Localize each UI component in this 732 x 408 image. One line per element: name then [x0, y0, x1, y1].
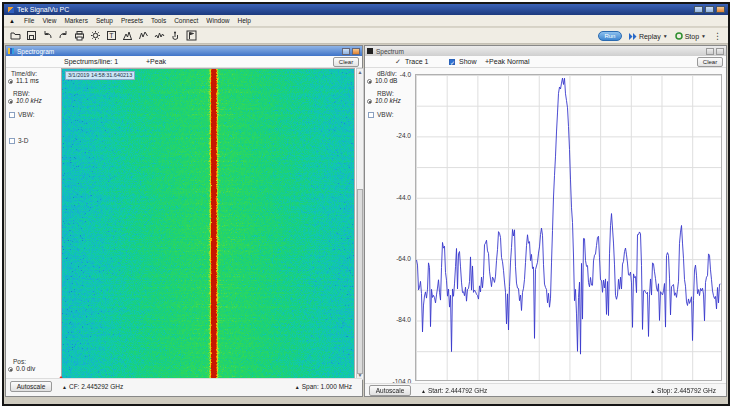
- spectrum-trace-canvas[interactable]: [416, 75, 721, 380]
- menu-presets[interactable]: Presets: [117, 17, 147, 24]
- chevron-down-icon: ▼: [663, 33, 668, 39]
- spectrogram-panel-icon: [8, 48, 14, 54]
- time-div-value[interactable]: 11.1 ms: [16, 77, 39, 84]
- spectrogram-canvas[interactable]: [62, 69, 354, 379]
- window-title: Tek SignalVu PC: [17, 4, 69, 15]
- stop-icon: [675, 32, 683, 40]
- trace-check-icon: ✓: [395, 58, 401, 66]
- autoscale-button[interactable]: Autoscale: [369, 385, 411, 396]
- spectrum-display-icon[interactable]: [121, 29, 134, 42]
- menu-tools[interactable]: Tools: [147, 17, 170, 24]
- y-tick-label: -44.0: [367, 194, 411, 201]
- spinner-icon: ▲: [650, 388, 655, 394]
- spectrums-per-line-label[interactable]: Spectrums/line: 1: [64, 58, 118, 65]
- run-button[interactable]: Run: [598, 31, 622, 41]
- toolbar: T Run Replay ▼ Stop ▼ ⋮: [4, 28, 728, 44]
- menu-window[interactable]: Window: [202, 17, 233, 24]
- start-readout[interactable]: ▲Start: 2.444792 GHz: [421, 387, 487, 394]
- cf-readout[interactable]: ▲CF: 2.445292 GHz: [62, 383, 123, 390]
- rbw-label: RBW:: [13, 90, 30, 97]
- scroll-up-arrow[interactable]: ▲: [357, 69, 363, 76]
- stop-button[interactable]: Stop ▼: [675, 32, 706, 40]
- threed-label: 3-D: [18, 137, 28, 144]
- rbw-radio[interactable]: [367, 99, 372, 104]
- rbw-radio[interactable]: [8, 99, 13, 104]
- pos-value[interactable]: 0.0 div: [16, 365, 35, 372]
- detector-label[interactable]: +Peak: [146, 58, 166, 65]
- panel-maximize-button[interactable]: [706, 48, 714, 55]
- threed-checkbox[interactable]: [9, 138, 15, 144]
- spinner-icon: ▲: [295, 384, 300, 390]
- panel-close-button[interactable]: [352, 48, 360, 55]
- spectrum-body: dB/div: 10.0 dB RBW: 10.0 kHz VBW: -4.0 …: [365, 68, 726, 385]
- db-div-radio[interactable]: [367, 79, 372, 84]
- more-options-button[interactable]: ⋮: [713, 31, 722, 41]
- trace-mode-label[interactable]: +Peak Normal: [485, 58, 530, 65]
- show-checkbox[interactable]: ✓: [449, 59, 455, 65]
- save-icon[interactable]: [25, 29, 38, 42]
- menu-markers[interactable]: Markers: [60, 17, 91, 24]
- stop-readout[interactable]: ▲Stop: 2.445792 GHz: [650, 387, 716, 394]
- menu-file[interactable]: File: [20, 17, 38, 24]
- trace-selector[interactable]: Trace 1: [405, 58, 428, 65]
- clear-button[interactable]: Clear: [697, 57, 723, 67]
- close-button[interactable]: [716, 6, 725, 13]
- show-label: Show: [459, 58, 477, 65]
- menu-connect[interactable]: Connect: [170, 17, 202, 24]
- flag-icon[interactable]: [185, 29, 198, 42]
- chevron-down-icon: ▼: [701, 33, 706, 39]
- open-file-icon[interactable]: [9, 29, 22, 42]
- time-div-label: Time/div:: [11, 70, 37, 77]
- spectrum-panel-icon: [367, 48, 373, 54]
- app-window: Tek SignalVu PC ▲ File View Markers Setu…: [2, 2, 730, 406]
- spectrum-titlebar[interactable]: Spectrum: [365, 46, 726, 56]
- autoscale-button[interactable]: Autoscale: [10, 381, 52, 392]
- menu-help[interactable]: Help: [233, 17, 254, 24]
- spectrogram-body: Time/div: 11.1 ms RBW: 10.0 kHz VBW: 3-D…: [6, 68, 362, 380]
- settings-gear-icon[interactable]: [89, 29, 102, 42]
- marker-table-icon[interactable]: T: [105, 29, 118, 42]
- minimize-button[interactable]: [694, 6, 703, 13]
- replay-icon: [629, 33, 637, 40]
- spinner-icon: ▲: [62, 384, 67, 390]
- spectrogram-panel: Spectrogram Spectrums/line: 1 +Peak Clea…: [5, 45, 363, 397]
- print-icon[interactable]: [73, 29, 86, 42]
- time-div-radio[interactable]: [8, 79, 13, 84]
- touch-pointer-icon[interactable]: [169, 29, 182, 42]
- spectrogram-scrollbar[interactable]: ▲ ▼: [356, 68, 364, 380]
- app-icon: [8, 7, 14, 13]
- scroll-thumb[interactable]: [357, 189, 363, 374]
- y-tick-label: -64.0: [367, 255, 411, 262]
- spectrogram-header: Spectrums/line: 1 +Peak Clear: [6, 56, 362, 68]
- panel-close-button[interactable]: [716, 48, 724, 55]
- trace-math-icon[interactable]: [137, 29, 150, 42]
- spectrum-panel: Spectrum ✓ Trace 1 ✓ Show +Peak Normal C…: [364, 45, 727, 397]
- spectrum-header: ✓ Trace 1 ✓ Show +Peak Normal Clear: [365, 56, 726, 68]
- trace-waveform-icon[interactable]: [153, 29, 166, 42]
- vbw-label: VBW:: [377, 111, 394, 118]
- vbw-checkbox[interactable]: [368, 112, 374, 118]
- undo-icon[interactable]: [41, 29, 54, 42]
- spectrogram-plot[interactable]: 3/1/2019 14:58:31.640213: [61, 68, 355, 380]
- redo-icon[interactable]: [57, 29, 70, 42]
- clear-button[interactable]: Clear: [333, 57, 359, 67]
- menu-view[interactable]: View: [38, 17, 60, 24]
- window-titlebar[interactable]: Tek SignalVu PC: [4, 4, 728, 15]
- replay-button[interactable]: Replay ▼: [629, 33, 668, 40]
- app-menu-icon[interactable]: ▲: [9, 18, 15, 24]
- spectrum-plot[interactable]: [415, 74, 722, 381]
- svg-text:T: T: [109, 32, 114, 39]
- menu-setup[interactable]: Setup: [92, 17, 117, 24]
- pos-radio[interactable]: [8, 367, 13, 372]
- rbw-label: RBW:: [377, 90, 394, 97]
- db-div-value[interactable]: 10.0 dB: [375, 77, 397, 84]
- vbw-checkbox[interactable]: [9, 112, 15, 118]
- y-tick-label: -4.0: [367, 71, 411, 78]
- vbw-label: VBW:: [18, 111, 35, 118]
- rbw-value[interactable]: 10.0 kHz: [375, 97, 401, 104]
- panel-maximize-button[interactable]: [342, 48, 350, 55]
- rbw-value[interactable]: 10.0 kHz: [16, 97, 42, 104]
- spectrogram-titlebar[interactable]: Spectrogram: [6, 46, 362, 56]
- maximize-button[interactable]: [705, 6, 714, 13]
- span-readout[interactable]: ▲Span: 1.000 MHz: [295, 383, 352, 390]
